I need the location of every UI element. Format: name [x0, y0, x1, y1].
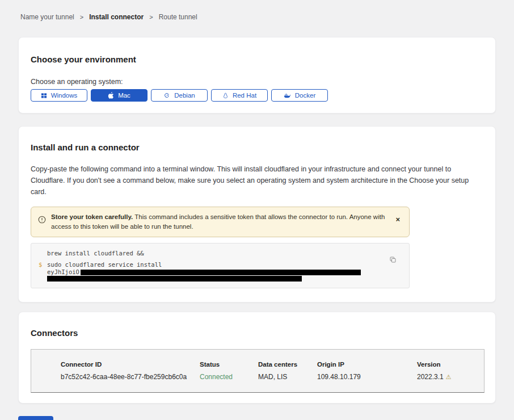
- col-version: Version: [417, 361, 473, 368]
- col-data-centers: Data centers: [258, 361, 317, 368]
- connectors-table-header: Connector ID Status Data centers Origin …: [61, 361, 473, 368]
- status-badge: Connected: [200, 373, 258, 381]
- breadcrumb-name-your-tunnel[interactable]: Name your tunnel: [20, 13, 74, 21]
- alert-circle-icon: [38, 216, 46, 226]
- col-origin-ip: Origin IP: [317, 361, 417, 368]
- os-button-label: Debian: [174, 92, 195, 99]
- code-text: brew install cloudflared &&: [47, 250, 144, 257]
- breadcrumb-separator: >: [149, 14, 153, 20]
- os-button-debian[interactable]: Debian: [151, 89, 208, 102]
- next-button[interactable]: Next: [18, 416, 53, 420]
- version-warning-icon: ⚠: [446, 373, 452, 381]
- os-button-row: Windows Mac Debian Red Hat Docker: [31, 89, 483, 102]
- origin-ip-value: 109.48.10.179: [317, 373, 417, 381]
- version-number: 2022.3.1: [417, 373, 444, 381]
- install-connector-title: Install and run a connector: [31, 142, 483, 152]
- close-icon: ×: [395, 215, 400, 224]
- os-button-label: Windows: [51, 92, 78, 99]
- col-connector-id: Connector ID: [61, 361, 200, 368]
- token-prefix: eyJhIjoiO: [47, 269, 79, 275]
- col-status: Status: [200, 361, 258, 368]
- redaction-bar: [47, 276, 302, 282]
- os-button-redhat[interactable]: Red Hat: [211, 89, 268, 102]
- choose-environment-title: Choose your environment: [31, 54, 483, 64]
- os-button-docker[interactable]: Docker: [271, 89, 328, 102]
- connectors-title: Connectors: [31, 328, 483, 338]
- warning-close-button[interactable]: ×: [393, 217, 402, 222]
- debian-swirl-icon: [163, 92, 170, 99]
- os-button-label: Docker: [295, 92, 315, 99]
- install-command-code-block: brew install cloudflared && $ sudo cloud…: [31, 243, 410, 288]
- code-line-brew: brew install cloudflared &&: [39, 250, 386, 257]
- breadcrumb-install-connector[interactable]: Install connector: [89, 13, 144, 21]
- copy-command-button[interactable]: [389, 256, 397, 265]
- os-button-windows[interactable]: Windows: [31, 89, 87, 102]
- shell-prompt: $: [39, 261, 47, 268]
- copy-icon: [389, 257, 397, 265]
- connector-id-value: b7c52c42-6caa-48ee-8c77-fbe259cb6c0a: [61, 373, 200, 381]
- install-connector-description: Copy-paste the following command into a …: [31, 163, 483, 198]
- os-select-label: Choose an operating system:: [31, 78, 483, 86]
- warning-title: Store your token carefully.: [51, 213, 133, 220]
- breadcrumb-separator: >: [80, 14, 83, 20]
- os-button-label: Red Hat: [233, 92, 256, 99]
- code-text: sudo cloudflared service install: [47, 261, 162, 268]
- code-line-service-install: $ sudo cloudflared service install eyJhI…: [39, 261, 386, 282]
- docker-whale-icon: [284, 93, 291, 99]
- token-warning-banner: Store your token carefully. This command…: [31, 207, 410, 237]
- redaction-bar: [81, 270, 361, 275]
- version-value: 2022.3.1 ⚠: [417, 373, 473, 381]
- apple-logo-icon: [108, 92, 114, 99]
- os-button-label: Mac: [118, 92, 130, 99]
- data-centers-value: MAD, LIS: [258, 373, 317, 381]
- connector-row: b7c52c42-6caa-48ee-8c77-fbe259cb6c0a Con…: [61, 373, 473, 381]
- connectors-card: Connectors Connector ID Status Data cent…: [18, 312, 496, 404]
- prompt-spacer: [39, 250, 47, 257]
- breadcrumb: Name your tunnel > Install connector > R…: [0, 0, 514, 21]
- warning-text: Store your token carefully. This command…: [51, 212, 388, 232]
- token-line: eyJhIjoiO: [39, 269, 386, 275]
- choose-environment-card: Choose your environment Choose an operat…: [18, 37, 496, 114]
- os-button-mac[interactable]: Mac: [91, 89, 148, 102]
- windows-logo-icon: [41, 93, 47, 99]
- connectors-table: Connector ID Status Data centers Origin …: [31, 349, 484, 393]
- install-connector-card: Install and run a connector Copy-paste t…: [18, 126, 496, 303]
- breadcrumb-route-tunnel[interactable]: Route tunnel: [159, 13, 197, 21]
- redhat-logo-icon: [222, 92, 229, 99]
